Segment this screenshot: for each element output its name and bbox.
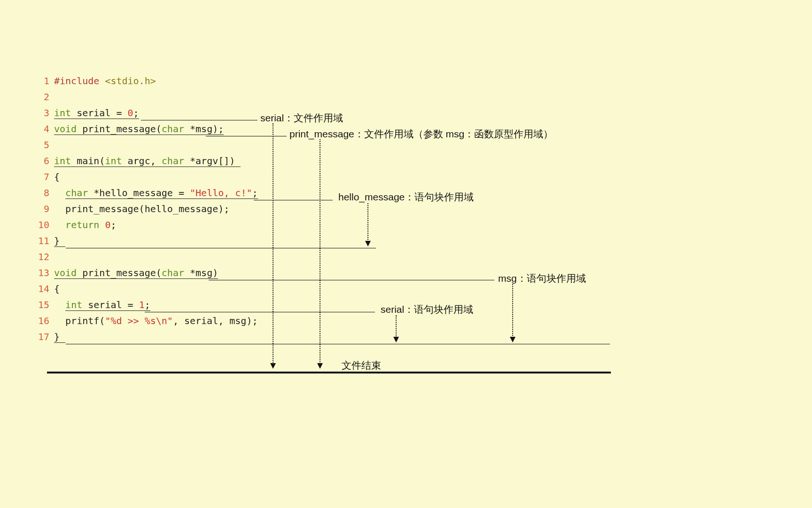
code-line: 10 return 0;	[35, 217, 258, 233]
file-end-line	[47, 372, 611, 373]
hline-serial-block	[145, 312, 375, 312]
code-block: 1#include <stdio.h>23int serial = 0;4voi…	[35, 73, 258, 345]
line-number: 7	[35, 169, 49, 185]
code-text: }	[54, 233, 65, 249]
code-line: 17}	[35, 329, 258, 345]
code-text: {	[54, 281, 60, 297]
line-number: 12	[35, 249, 49, 265]
hline-msg-block	[209, 280, 494, 280]
code-text: printf("%d >> %s\n", serial, msg);	[54, 313, 258, 329]
annotation-file-end: 文件结束	[342, 359, 381, 372]
arrow-msg-block	[512, 284, 513, 341]
code-line: 4void print_message(char *msg);	[35, 121, 258, 137]
arrow-hello-message	[367, 203, 368, 246]
code-line: 3int serial = 0;	[35, 105, 258, 121]
line-number: 5	[35, 137, 49, 153]
code-line: 6int main(int argc, char *argv[])	[35, 153, 258, 169]
line-number: 9	[35, 201, 49, 217]
annotation-serial-block: serial：语句块作用域	[381, 303, 473, 316]
code-text: int serial = 1;	[54, 297, 150, 313]
annotation-hello-message: hello_message：语句块作用域	[338, 190, 474, 204]
code-line: 14{	[35, 281, 258, 297]
line-number: 3	[35, 105, 49, 121]
code-line: 2	[35, 89, 258, 105]
line-number: 8	[35, 185, 49, 201]
code-text: #include <stdio.h>	[54, 73, 156, 89]
line-number: 17	[35, 329, 49, 345]
hline-print-message-file	[206, 136, 287, 136]
line-number: 4	[35, 121, 49, 137]
arrow-serial-block	[396, 315, 397, 341]
annotation-msg-block: msg：语句块作用域	[498, 272, 586, 285]
line-number: 6	[35, 153, 49, 169]
hline-block-end-main	[66, 248, 376, 248]
line-number: 10	[35, 217, 49, 233]
code-line: 7{	[35, 169, 258, 185]
hline-serial-file	[141, 120, 258, 120]
code-text: char *hello_message = "Hello, c!";	[54, 185, 258, 201]
annotation-serial-file: serial：文件作用域	[260, 111, 343, 125]
code-text: int serial = 0;	[54, 105, 139, 121]
code-text: return 0;	[54, 217, 116, 233]
code-line: 16 printf("%d >> %s\n", serial, msg);	[35, 313, 258, 329]
line-number: 11	[35, 233, 49, 249]
arrow-print-message-file	[320, 139, 320, 368]
hline-block-end-print	[66, 344, 610, 344]
hline-hello-message	[254, 200, 333, 200]
code-line: 9 print_message(hello_message);	[35, 201, 258, 217]
code-line: 12	[35, 249, 258, 265]
line-number: 14	[35, 281, 49, 297]
code-line: 11}	[35, 233, 258, 249]
code-line: 5	[35, 137, 258, 153]
code-line: 15 int serial = 1;	[35, 297, 258, 313]
arrow-serial-file	[273, 123, 273, 368]
annotation-print-message-file: print_message：文件作用域（参数 msg：函数原型作用域）	[289, 127, 553, 141]
code-text: void print_message(char *msg);	[54, 121, 224, 137]
line-number: 2	[35, 89, 49, 105]
code-text: }	[54, 329, 65, 345]
code-line: 1#include <stdio.h>	[35, 73, 258, 89]
code-text: print_message(hello_message);	[54, 201, 229, 217]
line-number: 1	[35, 73, 49, 89]
code-text: void print_message(char *msg)	[54, 265, 218, 281]
line-number: 16	[35, 313, 49, 329]
line-number: 15	[35, 297, 49, 313]
code-text: {	[54, 169, 60, 185]
code-text: int main(int argc, char *argv[])	[54, 153, 241, 169]
code-line: 13void print_message(char *msg)	[35, 265, 258, 281]
line-number: 13	[35, 265, 49, 281]
code-line: 8 char *hello_message = "Hello, c!";	[35, 185, 258, 201]
